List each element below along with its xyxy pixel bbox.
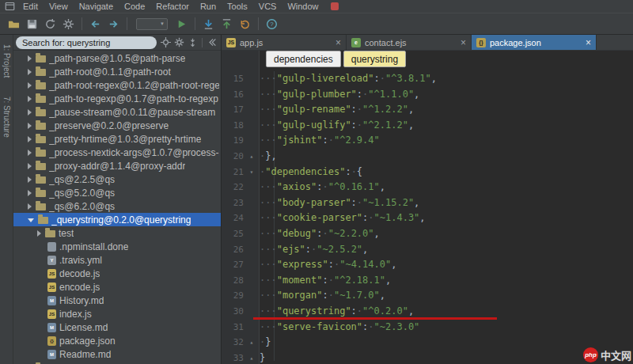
open-project-icon[interactable] <box>7 17 21 31</box>
save-all-icon[interactable] <box>25 17 39 31</box>
fold-marker-icon[interactable]: ▾ <box>244 165 260 180</box>
whitespace-dots: ··· <box>260 244 277 255</box>
code-text[interactable]: ···"gulp-plumber":·"^1.1.0", <box>260 87 419 103</box>
code-text[interactable]: ···"gulp-rename":·"^1.2.2", <box>260 102 414 118</box>
tool-button-structure[interactable]: 7: Structure <box>2 97 11 138</box>
breadcrumb-item[interactable]: dependencies <box>266 51 341 67</box>
chevron-collapsed-icon[interactable] <box>28 190 32 196</box>
code-text[interactable]: ···"jshint":·"^2.9.4" <box>260 133 380 149</box>
fold-marker-icon[interactable]: ▴ <box>244 335 260 351</box>
code-text[interactable]: ···"ejs":·"~2.5.2", <box>260 242 368 258</box>
tab-close-icon[interactable]: × <box>461 38 466 47</box>
tab-close-icon[interactable]: × <box>335 38 341 47</box>
tree-row[interactable]: _path-root@0.1.1@path-root <box>13 65 221 78</box>
tree-row[interactable]: _qs@2.2.5@qs <box>13 173 221 186</box>
chevron-collapsed-icon[interactable] <box>28 203 32 210</box>
code-text[interactable]: ···"querystring":·"^0.2.0", <box>260 304 414 320</box>
vcs-rollback-icon[interactable] <box>238 17 252 31</box>
tree-row[interactable]: _qs@6.2.0@qs <box>13 199 221 213</box>
tree-row[interactable]: _path-to-regexp@0.1.7@path-to-regexp <box>13 92 221 105</box>
code-text[interactable]: ···"express":·"~4.14.0", <box>260 257 396 273</box>
menu-item-tools[interactable]: Tools <box>222 2 253 11</box>
tree-row[interactable]: _pretty-hrtime@1.0.3@pretty-hrtime <box>13 132 221 146</box>
menu-item-code[interactable]: Code <box>119 2 150 11</box>
menu-item-edit[interactable]: Edit <box>17 2 44 11</box>
chevron-collapsed-icon[interactable] <box>28 123 32 129</box>
code-text[interactable]: ···"gulp-livereload":·"^3.8.1", <box>260 71 437 87</box>
code-text[interactable]: ·"dependencies":·{ <box>260 165 362 180</box>
tree-row[interactable]: MHistory.md <box>13 294 221 307</box>
menu-item-vcs[interactable]: VCS <box>253 2 282 11</box>
code-text[interactable]: ···"gulp-uglify":·"^2.1.2", <box>260 118 414 134</box>
tree-row[interactable]: MReadme.md <box>13 347 221 361</box>
tree-row[interactable]: _randomatic@1.1.6@randomatic <box>13 361 221 364</box>
tree-row[interactable]: test <box>13 226 221 240</box>
tab-app.js[interactable]: JSapp.js× <box>222 35 347 50</box>
fold-marker-icon[interactable]: ▴ <box>244 149 260 165</box>
tab-close-icon[interactable]: × <box>586 38 591 47</box>
code-text[interactable]: ···"axios":·"^0.16.1", <box>260 180 385 195</box>
tab-package.json[interactable]: {}package.json× <box>472 35 597 50</box>
editor[interactable]: dependenciesquerystring 15···"gulp-liver… <box>222 51 633 364</box>
chevron-expanded-icon[interactable] <box>28 218 34 222</box>
code-text[interactable]: ·} <box>260 335 271 351</box>
menu-item-refactor[interactable]: Refactor <box>150 2 195 11</box>
chevron-collapsed-icon[interactable] <box>28 55 32 62</box>
code-text[interactable]: ···"morgan":·"~1.7.0", <box>260 288 385 304</box>
code-text[interactable]: ···"debug":·"~2.2.0", <box>260 226 380 242</box>
tree-row[interactable]: MLicense.md <box>13 320 221 334</box>
breadcrumb-item[interactable]: querystring <box>343 51 406 67</box>
code-text[interactable]: ···"body-parser":·"~1.15.2", <box>260 195 419 211</box>
menu-item-window[interactable]: Window <box>282 2 324 11</box>
tree-row[interactable]: _qs@5.2.0@qs <box>13 186 221 199</box>
sync-icon[interactable] <box>44 17 57 31</box>
search-input[interactable]: Search for: querystring <box>16 36 157 49</box>
back-icon[interactable] <box>89 17 102 31</box>
tree-row[interactable]: JSencode.js <box>13 280 221 294</box>
tree-row[interactable]: .npminstall.done <box>13 240 221 253</box>
menu-extra-icon[interactable] <box>331 2 339 10</box>
chevron-collapsed-icon[interactable] <box>37 230 41 237</box>
menu-item-navigate[interactable]: Navigate <box>74 2 119 11</box>
chevron-collapsed-icon[interactable] <box>28 176 32 183</box>
tree-row[interactable]: _path-parse@1.0.5@path-parse <box>13 51 221 65</box>
code-text[interactable]: } <box>260 351 265 364</box>
tree-row[interactable]: _path-root-regex@0.1.2@path-root-regex <box>13 78 221 92</box>
chevron-collapsed-icon[interactable] <box>28 163 32 169</box>
code-text[interactable]: ·}, <box>260 149 277 165</box>
chevron-collapsed-icon[interactable] <box>28 136 32 142</box>
help-icon[interactable]: ? <box>265 17 279 31</box>
tree-row[interactable]: _proxy-addr@1.1.4@proxy-addr <box>13 159 221 173</box>
vcs-commit-icon[interactable] <box>220 17 233 31</box>
hide-icon[interactable] <box>206 36 218 48</box>
tree-row[interactable]: _preserve@0.2.0@preserve <box>13 119 221 132</box>
run-config-dropdown[interactable]: ▼ <box>136 18 168 30</box>
chevron-collapsed-icon[interactable] <box>28 69 32 75</box>
tree-row[interactable]: {}package.json <box>13 334 221 347</box>
tree-row[interactable]: JSdecode.js <box>13 267 221 280</box>
chevron-collapsed-icon[interactable] <box>28 82 32 89</box>
locate-icon[interactable] <box>160 36 172 48</box>
fold-marker-icon[interactable]: ▴ <box>244 351 260 364</box>
menu-item-run[interactable]: Run <box>195 2 222 11</box>
chevron-collapsed-icon[interactable] <box>28 96 32 102</box>
vcs-update-icon[interactable] <box>202 17 215 31</box>
chevron-collapsed-icon[interactable] <box>28 109 32 116</box>
tab-contact.ejs[interactable]: econtact.ejs× <box>347 35 472 50</box>
tool-button-project[interactable]: 1: Project <box>2 44 11 78</box>
tree-row[interactable]: _process-nextick-args@1.0.7@process-next… <box>13 146 221 159</box>
forward-icon[interactable] <box>107 17 120 31</box>
tree-row[interactable]: Y.travis.yml <box>13 253 221 267</box>
settings-small-icon[interactable] <box>173 36 185 48</box>
code-text[interactable]: ···"moment":·"^2.18.1", <box>260 273 391 289</box>
tree-row[interactable]: JSindex.js <box>13 307 221 320</box>
chevron-collapsed-icon[interactable] <box>28 150 32 156</box>
collapse-all-icon[interactable] <box>187 36 199 48</box>
settings-icon[interactable] <box>62 17 75 31</box>
code-text[interactable]: ···"serve-favicon":·"~2.3.0" <box>260 320 419 336</box>
tree-row[interactable]: _querystring@0.2.0@querystring <box>13 213 221 226</box>
run-icon[interactable] <box>175 17 188 31</box>
code-text[interactable]: ···"cookie-parser":·"~1.4.3", <box>260 210 426 226</box>
menu-item-view[interactable]: View <box>44 2 74 11</box>
tree-row[interactable]: _pause-stream@0.0.11@pause-stream <box>13 105 221 119</box>
